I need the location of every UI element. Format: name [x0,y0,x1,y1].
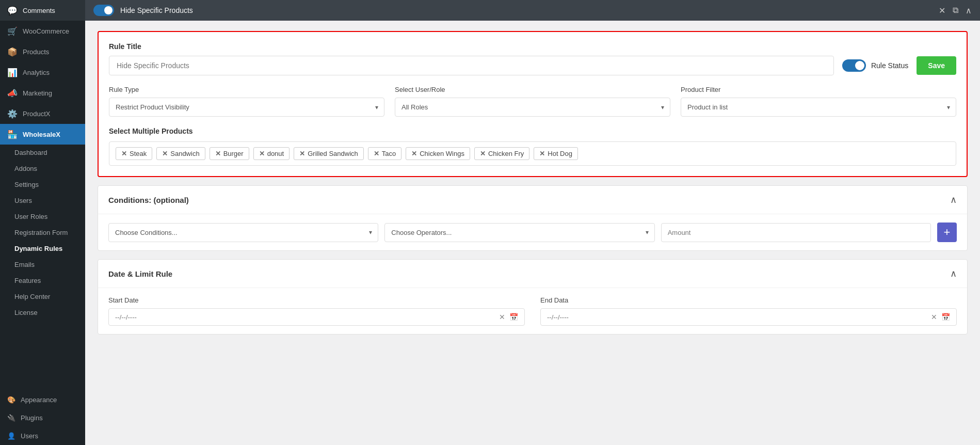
user-role-select-wrapper: All Roles ▾ [395,98,670,117]
bottom-nav-label: Plugins [21,414,43,422]
bottom-nav-icon: 👤 [7,432,15,440]
conditions-collapse-icon[interactable]: ∧ [950,194,957,205]
date-limit-title: Date & Limit Rule [108,269,172,278]
start-date-input[interactable] [115,313,495,321]
rule-title-row: Rule Status Save [109,56,956,75]
product-filter-label: Product Filter [681,86,956,93]
choose-operators-select[interactable]: Choose Operators... [384,223,654,242]
close-icon[interactable]: ✕ [939,6,945,15]
bottom-nav-label: Users [21,432,38,440]
sidebar-sub-item-dashboard[interactable]: Dashboard [0,145,85,161]
rule-card: Rule Title Rule Status Save Rule Type [98,31,968,177]
sidebar-item-wholesalex[interactable]: 🏪 WholesaleX [0,124,85,145]
product-tag: ✕Sandwich [156,147,205,160]
sidebar-sub-item-emails[interactable]: Emails [0,257,85,273]
conditions-row: Choose Conditions... ▾ Choose Operators.… [108,223,957,242]
sidebar-item-analytics[interactable]: 📊Analytics [0,62,85,83]
date-limit-collapse-icon[interactable]: ∧ [950,268,957,279]
product-tag: ✕Grilled Sandwich [294,147,364,160]
remove-tag-icon[interactable]: ✕ [259,150,265,157]
tag-label: Steak [130,150,147,157]
tag-label: Chicken Fry [488,150,524,157]
sidebar-bottom-item-users[interactable]: 👤Users [0,427,85,445]
sidebar-item-products[interactable]: 📦Products [0,41,85,62]
sidebar-bottom-item-appearance[interactable]: 🎨Appearance [0,391,85,409]
sidebar-item-woocommerce[interactable]: 🛒WooCommerce [0,21,85,41]
product-filter-select[interactable]: Product in list [681,98,956,117]
rule-title-label: Rule Title [109,42,956,51]
tag-label: Burger [223,150,244,157]
date-row: Start Date ✕ 📅 End Data ✕ 📅 [98,288,967,334]
sidebar-bottom-item-plugins[interactable]: 🔌Plugins [0,409,85,427]
sidebar-sub-item-dynamic-rules[interactable]: Dynamic Rules [0,241,85,257]
choose-operators-wrapper: Choose Operators... ▾ [384,223,654,242]
chevron-up-icon[interactable]: ∧ [966,6,972,15]
nav-icon: 💬 [7,5,18,15]
sidebar-bottom: 🎨Appearance🔌Plugins👤Users [0,391,85,445]
rule-type-label: Rule Type [109,86,384,93]
sidebar-sub-item-settings[interactable]: Settings [0,177,85,193]
sidebar-sub-item-features[interactable]: Features [0,273,85,289]
rule-status-label: Rule Status [871,61,908,70]
topbar-toggle[interactable] [93,5,114,16]
rule-type-select-wrapper: Restrict Product Visibility ▾ [109,98,384,117]
nav-label: WooCommerce [23,27,69,35]
amount-input[interactable] [661,223,931,242]
end-date-input[interactable] [547,313,927,321]
save-button[interactable]: Save [917,56,956,75]
remove-tag-icon[interactable]: ✕ [162,150,168,157]
user-role-select[interactable]: All Roles [395,98,670,117]
sidebar-sub-item-user-roles[interactable]: User Roles [0,209,85,225]
multi-products-label: Select Multiple Products [109,127,956,135]
rule-fields-row: Rule Type Restrict Product Visibility ▾ … [109,86,956,117]
end-date-calendar-icon[interactable]: 📅 [941,313,950,321]
sidebar-sub-item-registration-form[interactable]: Registration Form [0,225,85,241]
bottom-nav-icon: 🔌 [7,414,15,422]
rule-type-select[interactable]: Restrict Product Visibility [109,98,384,117]
tags-row: ✕Steak✕Sandwich✕Burger✕donut✕Grilled San… [109,141,956,166]
remove-tag-icon[interactable]: ✕ [374,150,379,157]
nav-label: Comments [23,7,55,14]
start-date-calendar-icon[interactable]: 📅 [509,313,518,321]
tag-label: Sandwich [170,150,199,157]
date-limit-card: Date & Limit Rule ∧ Start Date ✕ 📅 End D… [98,259,968,335]
sidebar-sub-item-license[interactable]: License [0,305,85,321]
sidebar: 💬Comments🛒WooCommerce📦Products📊Analytics… [0,0,85,445]
bottom-nav-label: Appearance [21,396,57,404]
sidebar-sub-item-addons[interactable]: Addons [0,161,85,177]
remove-tag-icon[interactable]: ✕ [539,150,545,157]
bottom-nav-icon: 🎨 [7,396,15,404]
end-date-group: End Data ✕ 📅 [540,296,957,326]
rule-status-row: Rule Status [842,59,908,72]
sidebar-item-productx[interactable]: ⚙️ProductX [0,103,85,124]
product-tag: ✕Chicken Fry [474,147,529,160]
nav-icon: 📣 [7,88,18,98]
remove-tag-icon[interactable]: ✕ [121,150,127,157]
page-body: Rule Title Rule Status Save Rule Type [85,21,980,445]
conditions-body: Choose Conditions... ▾ Choose Operators.… [98,214,967,250]
toggle-knob [104,6,113,14]
product-tag: ✕Taco [368,147,401,160]
remove-tag-icon[interactable]: ✕ [215,150,221,157]
remove-tag-icon[interactable]: ✕ [411,150,417,157]
end-date-clear-icon[interactable]: ✕ [931,313,937,321]
sidebar-item-marketing[interactable]: 📣Marketing [0,83,85,103]
start-date-clear-icon[interactable]: ✕ [499,313,505,321]
rule-title-input[interactable] [109,56,834,75]
add-condition-button[interactable]: + [937,223,957,242]
rule-status-toggle[interactable] [842,59,866,72]
sidebar-item-comments[interactable]: 💬Comments [0,0,85,21]
remove-tag-icon[interactable]: ✕ [480,150,486,157]
nav-label: Products [23,48,49,56]
top-bar: Hide Specific Products ✕ ⧉ ∧ [85,0,980,21]
sidebar-wholesalex-label: WholesaleX [23,131,60,138]
sidebar-sub-item-users[interactable]: Users [0,193,85,209]
remove-tag-icon[interactable]: ✕ [299,150,305,157]
copy-icon[interactable]: ⧉ [953,6,958,15]
start-date-group: Start Date ✕ 📅 [108,296,525,326]
choose-conditions-wrapper: Choose Conditions... ▾ [108,223,378,242]
sidebar-sub-item-help-center[interactable]: Help Center [0,289,85,305]
product-tag: ✕Burger [210,147,249,160]
end-date-input-wrapper: ✕ 📅 [540,308,957,326]
choose-conditions-select[interactable]: Choose Conditions... [108,223,378,242]
